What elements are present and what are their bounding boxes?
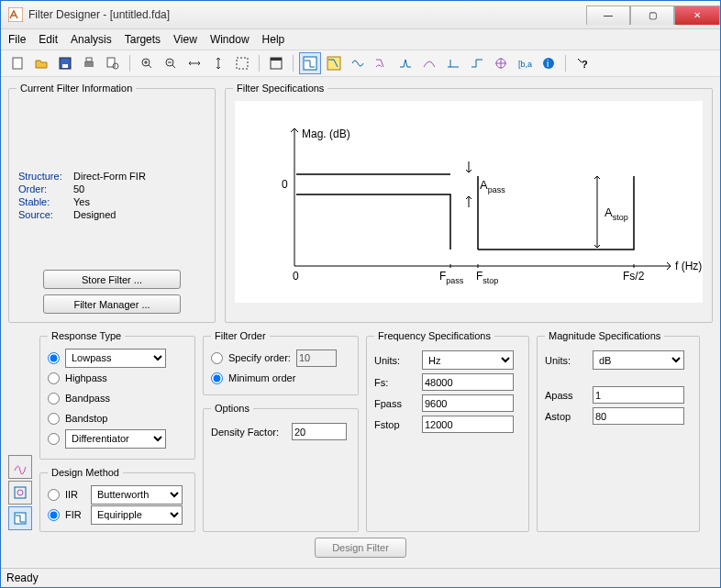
diff-radio[interactable] [48,433,60,445]
svg-text:Mag. (dB): Mag. (dB) [302,128,350,140]
bandstop-radio[interactable] [48,413,60,425]
svg-rect-10 [237,58,248,69]
fs-label: Fs: [374,377,415,388]
zoom-out-icon[interactable] [160,52,182,74]
svg-text:f (Hz): f (Hz) [675,260,702,272]
fir-select[interactable]: Equiripple [91,505,183,525]
specify-order-input [296,349,337,367]
stable-label: Stable: [18,196,73,207]
source-label: Source: [18,209,73,220]
freq-units-select[interactable]: Hz [422,350,514,370]
iir-select[interactable]: Butterworth [91,485,183,505]
phase-icon[interactable] [347,52,369,74]
resp-legend: Response Type [48,330,125,341]
svg-point-30 [17,490,23,495]
close-button[interactable]: ✕ [674,6,720,25]
bandpass-radio[interactable] [48,393,60,405]
save-icon[interactable] [54,52,76,74]
dm-legend: Design Method [48,467,123,478]
svg-rect-6 [107,58,115,67]
spec-plot: Mag. (dB) f (Hz) 0 Apass [235,101,703,303]
minimum-order-label: Minimum order [228,372,295,383]
phase-delay-icon[interactable] [418,52,440,74]
magphase-icon[interactable] [371,52,393,74]
iir-radio[interactable] [48,489,60,501]
open-icon[interactable] [30,52,52,74]
info-icon[interactable]: i [538,52,560,74]
filter-manager-button[interactable]: Filter Manager ... [43,294,181,314]
svg-rect-14 [327,57,340,70]
diff-select[interactable]: Differentiator [65,429,166,449]
print-preview-icon[interactable] [102,52,124,74]
new-icon[interactable] [6,52,28,74]
side-tool-1[interactable] [8,455,32,479]
density-input[interactable] [292,423,347,440]
fir-radio[interactable] [48,509,60,521]
zoom-y-icon[interactable] [207,52,229,74]
svg-text:0: 0 [293,270,299,283]
structure-label: Structure: [18,171,73,182]
design-filter-button[interactable]: Design Filter [315,538,406,558]
impulse-icon[interactable] [442,52,464,74]
lowpass-radio[interactable] [48,352,60,364]
spec-legend: Filter Specifications [233,83,327,94]
menu-analysis[interactable]: Analysis [71,33,112,46]
toolbar: [b,a] i ? [1,50,720,77]
astop-input[interactable] [593,407,684,425]
svg-rect-29 [15,487,26,498]
menu-file[interactable]: File [8,33,26,46]
highpass-label: Highpass [65,372,107,383]
bandstop-label: Bandstop [65,413,107,424]
apass-input[interactable] [593,386,684,404]
svg-rect-12 [271,58,282,61]
fs-input[interactable] [422,373,514,391]
specify-order-radio[interactable] [211,352,223,364]
polezero-icon[interactable] [490,52,512,74]
menu-window[interactable]: Window [210,33,250,46]
minimum-order-radio[interactable] [211,372,223,384]
minimize-button[interactable]: — [586,6,630,25]
magnitude-icon[interactable] [323,52,345,74]
context-help-icon[interactable]: ? [571,52,593,74]
full-view-icon[interactable] [265,52,287,74]
svg-text:Fstop: Fstop [476,270,498,285]
menu-view[interactable]: View [173,33,197,46]
side-tool-3[interactable] [8,506,32,530]
astop-label: Astop [545,411,585,422]
density-label: Density Factor: [211,427,284,438]
side-tool-2[interactable] [8,481,32,505]
lowpass-select[interactable]: Lowpass [65,349,166,368]
mag-units-select[interactable]: dB [593,350,684,370]
highpass-radio[interactable] [48,372,60,384]
menubar: File Edit Analysis Targets View Window H… [1,29,720,50]
svg-text:Fs/2: Fs/2 [623,270,645,283]
svg-text:[b,a]: [b,a] [518,60,532,69]
order-value: 50 [73,183,84,194]
statusbar: Ready [1,568,720,587]
group-delay-icon[interactable] [394,52,416,74]
fpass-label: Fpass [374,398,415,409]
zoom-x-icon[interactable] [183,52,205,74]
zoom-in-icon[interactable] [136,52,158,74]
specify-order-label: Specify order: [228,352,291,363]
fpass-input[interactable] [422,394,514,412]
magnitude-spec-panel: Magnitude Specifications Units:dB Apass … [537,330,700,532]
order-label: Order: [18,183,73,194]
zoom-fit-icon[interactable] [231,52,253,74]
mag-units-label: Units: [545,355,585,366]
menu-targets[interactable]: Targets [125,33,161,46]
svg-text:Astop: Astop [605,205,628,222]
svg-rect-4 [84,61,94,67]
freq-legend: Frequency Specifications [374,330,494,341]
maximize-button[interactable]: ▢ [630,6,674,25]
coefficients-icon[interactable]: [b,a] [514,52,536,74]
options-panel: Options Density Factor: [203,403,359,532]
print-icon[interactable] [78,52,100,74]
fstop-input[interactable] [422,416,514,433]
step-icon[interactable] [466,52,488,74]
store-filter-button[interactable]: Store Filter ... [43,270,181,289]
menu-help[interactable]: Help [262,33,285,46]
menu-edit[interactable]: Edit [39,33,58,46]
cfi-legend: Current Filter Information [17,83,136,94]
filter-specs-icon[interactable] [299,52,321,74]
